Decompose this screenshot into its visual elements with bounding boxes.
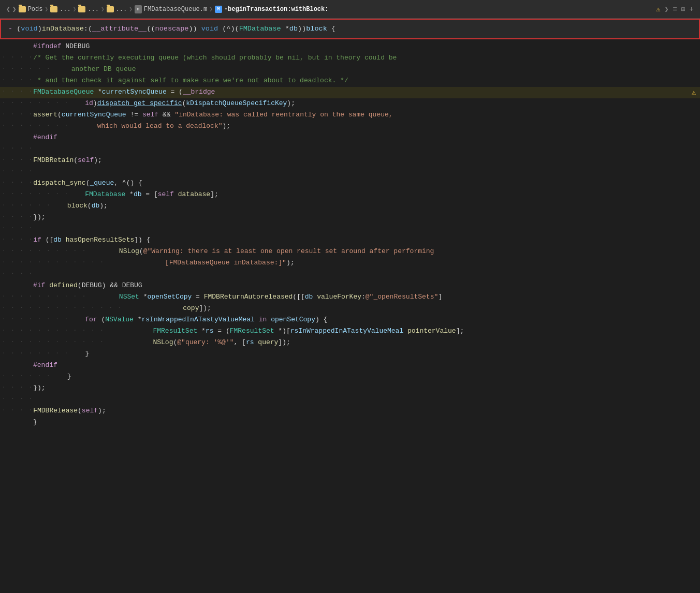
code-line: · · · · · · · · · · · · NSLog(@"query: '… [0,337,700,349]
line-gutter: · · · · [2,53,33,60]
code-line: #endif [0,360,700,372]
line-text: FMDatabaseQueue *currentSyncQueue = (__b… [33,87,698,98]
line-gutter: · · · · [2,224,33,231]
code-line: · · · · · · another DB queue [0,64,700,76]
line-gutter: · · · · · · [2,64,51,71]
line-gutter [2,132,33,134]
line-text: /* Get the currently executing queue (wh… [33,53,698,64]
crumb-pods[interactable]: Pods [28,6,43,13]
line-text [33,224,698,234]
sep1: ❯ [45,6,48,12]
sep4: ❯ [129,6,133,12]
code-line: · · · · FMDBRetain(self); [0,155,700,167]
line-gutter: · · · · · · · · [2,121,69,128]
crumb-file[interactable]: FMDatabaseQueue.m [144,6,207,13]
nav-forward-icon[interactable]: ❯ [665,5,669,13]
line-text [33,167,698,177]
split-view-icon[interactable]: ⊞ [681,5,686,13]
code-line: · · · · · · · · FMDatabase *db = [self d… [0,189,700,201]
line-gutter: · · · · [2,155,33,162]
code-line: · · · · FMDatabaseQueue *currentSyncQueu… [0,87,700,98]
line-text: if ([db hasOpenResultSets]) { [33,235,698,246]
line-text [33,394,698,405]
code-line: #if defined(DEBUG) && DEBUG [0,280,700,292]
line-gutter [2,417,33,418]
code-line: · · · · * and then check it against self… [0,76,700,87]
code-line: · · · · · · · · which would lead to a de… [0,121,700,132]
code-line: · · · · · · } [0,372,700,383]
nav-fwd-btn[interactable]: ❯ [12,5,17,13]
breadcrumb-bar: ❮ ❯ Pods ❯ ... ❯ ... ❯ ... ❯ m FMDatabas… [0,0,700,19]
crumb-method-icon: M [215,6,222,13]
line-text: FMDatabase *db = [self database]; [69,189,698,200]
crumb-folder3-icon [107,6,114,12]
line-gutter [2,280,33,281]
crumb-folder1[interactable]: ... [60,6,71,13]
line-text: for (NSValue *rsInWrappedInATastyValueMe… [69,315,698,325]
code-line: · · · · · · · · · · · · · · copy]); [0,303,700,315]
nav-back-btn[interactable]: ❮ [6,5,10,13]
code-container: queue 已声明成是串行队列 #ifndef NDEBUG · · · · /… [0,39,700,431]
sep2: ❯ [73,6,77,12]
line-text: }); [33,212,698,223]
add-editor-icon[interactable]: + [690,5,694,13]
line-gutter: · · · · · · [2,201,51,208]
sep5: ❯ [209,6,213,12]
line-text: which would lead to a deadlock"); [69,121,698,132]
warning-icon: ⚠ [656,5,660,13]
crumb-folder2-icon [78,6,85,12]
line-gutter: · · · · · · · · · · · · [2,258,105,265]
function-signature: - (void)inDatabase:(__attribute__((noesc… [0,19,700,39]
line-gutter: · · · · [2,406,33,413]
code-line: · · · · · · · · · · NSLog(@"Warning: the… [0,246,700,258]
crumb-pods-icon [19,6,26,12]
line-text: #ifndef NDEBUG [33,41,698,52]
line-gutter: · · · · [2,394,33,402]
line-text: NSSet *openSetCopy = FMDBReturnAutorelea… [86,292,698,303]
code-line: · · · · · · · · id)dispatch_get_specific… [0,98,700,110]
line-gutter: · · · · [2,76,33,83]
code-line: · · · · · · · · for (NSValue *rsInWrappe… [0,315,700,326]
line-gutter: · · · · [2,235,33,242]
code-line: · · · · }); [0,383,700,394]
code-line-dispatch-sync: · · · · dispatch_sync(_queue, ^() { [0,178,700,189]
line-text: NSLog(@"query: '%@'", [rs query]); [105,337,698,348]
line-text: FMDBRetain(self); [33,155,698,166]
line-text [33,144,698,155]
line-gutter [2,360,33,361]
line-text: #endif [33,360,698,371]
code-line: · · · · [0,167,700,178]
line-gutter: · · · · [2,269,33,276]
line-text: [FMDatabaseQueue inDatabase:]"); [105,258,698,269]
line-gutter: · · · · [2,87,33,94]
line-text: copy]); [122,303,698,314]
line-gutter: · · · · · · · · [2,98,69,106]
code-line: #endif [0,132,700,144]
line-text: assert(currentSyncQueue != self && "inDa… [33,110,698,121]
code-line: · · · · }); [0,212,700,224]
code-line: · · · · [0,269,700,280]
line-text: id)dispatch_get_specific(kDispatchQueueS… [69,98,698,109]
line-gutter: · · · · · · [2,372,51,379]
code-line: · · · · · · block(db); [0,201,700,212]
line-text: block(db); [51,201,698,212]
code-line: · · · · assert(currentSyncQueue != self … [0,110,700,121]
crumb-method[interactable]: -beginTransaction:withBlock: [224,6,329,13]
code-line: · · · · if ([db hasOpenResultSets]) { [0,235,700,246]
crumb-folder3[interactable]: ... [116,6,127,13]
code-line: · · · · · · · · · · · · FMResultSet *rs … [0,326,700,337]
line-gutter: · · · · · · · · · · [2,292,86,299]
code-area: #ifndef NDEBUG · · · · /* Get the curren… [0,39,700,431]
warning-line-icon: ⚠ [692,88,696,97]
list-icon[interactable]: ≡ [673,5,677,13]
line-gutter [2,41,33,42]
line-gutter: · · · · · · · · [2,315,69,322]
code-line: · · · · · · · · } [0,349,700,360]
crumb-folder2[interactable]: ... [88,6,99,13]
line-text: FMDBRelease(self); [33,406,698,417]
code-line: · · · · FMDBRelease(self); [0,406,700,417]
line-gutter: · · · · · · · · · · [2,246,86,254]
line-gutter: · · · · [2,144,33,151]
crumb-folder1-icon [50,6,57,12]
sep3: ❯ [101,6,105,12]
